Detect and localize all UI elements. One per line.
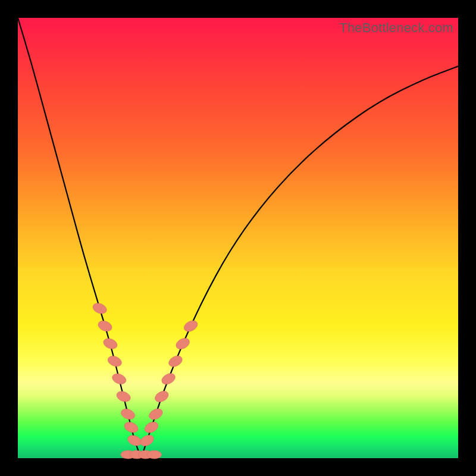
bead-marker (147, 450, 161, 459)
bead-marker (111, 372, 127, 386)
chart-svg (18, 18, 458, 458)
bead-marker (139, 433, 156, 448)
bead-marker (92, 301, 108, 315)
bead-marker (107, 354, 123, 368)
bead-marker (148, 406, 165, 421)
chart-frame: TheBottleneck.com (18, 18, 458, 458)
right-curve (141, 66, 458, 458)
bead-marker (102, 337, 118, 351)
bead-marker (126, 433, 143, 447)
beads-group (92, 301, 199, 459)
bead-marker (153, 389, 170, 404)
bead-marker (143, 420, 160, 435)
bead-marker (123, 420, 139, 434)
bead-marker (96, 319, 113, 333)
curve-group (18, 18, 458, 458)
bead-marker (160, 371, 177, 386)
bead-marker (120, 407, 136, 421)
bead-marker (182, 318, 199, 333)
bead-marker (115, 389, 131, 403)
bead-marker (167, 354, 184, 369)
bead-marker (174, 336, 192, 351)
